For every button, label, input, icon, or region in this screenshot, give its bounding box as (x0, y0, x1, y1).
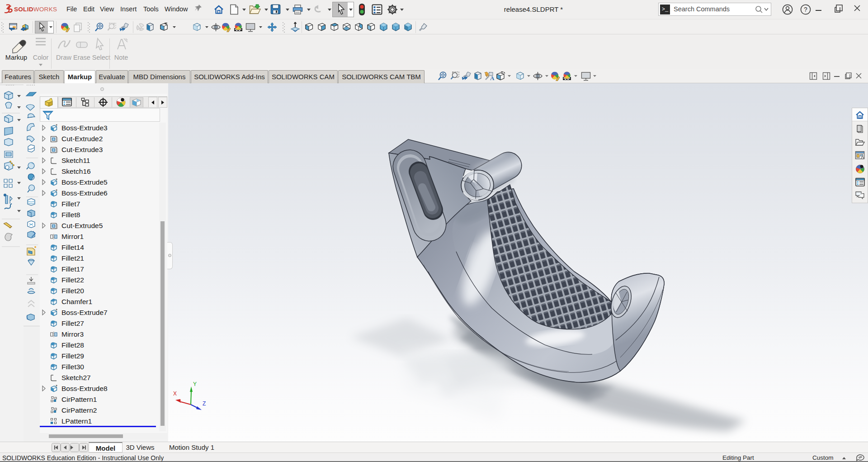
svg-text:?: ? (804, 6, 807, 13)
svg-text:Y: Y (193, 381, 197, 387)
svg-text:A: A (490, 75, 495, 81)
svg-text:X: X (173, 391, 177, 397)
svg-text:Z: Z (203, 400, 206, 407)
svg-text:SOLIDWORKS: SOLIDWORKS (14, 6, 57, 13)
